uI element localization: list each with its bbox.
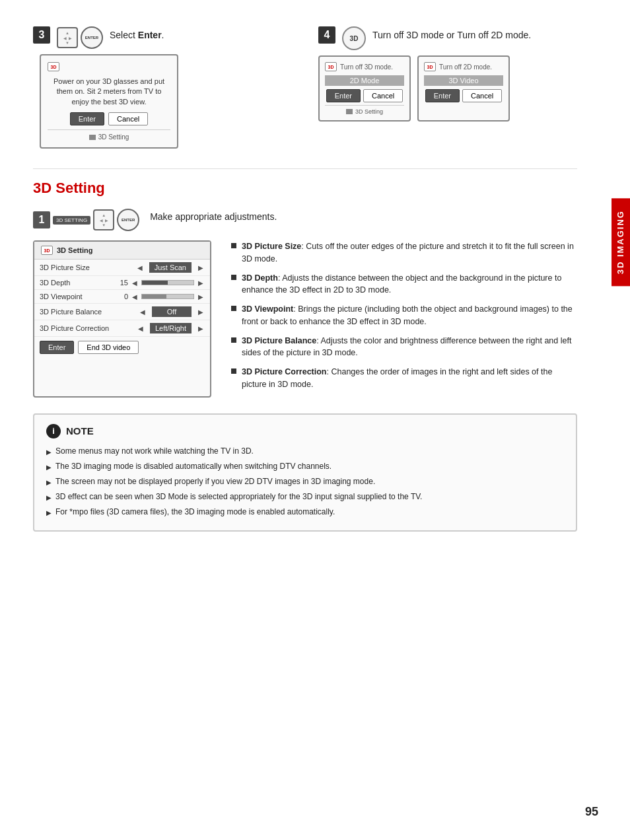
step1-instruction: Make appropriate adjustments. (146, 209, 277, 222)
desc-bullet-0 (231, 243, 236, 248)
depth-slider-fill (142, 281, 168, 285)
step1-badge: 1 (33, 211, 50, 228)
step4-dialog1-buttons: Enter Cancel (325, 89, 404, 102)
step4-dialog2-enter-btn[interactable]: Enter (425, 89, 460, 102)
arrow-left-vp[interactable]: ◀ (131, 293, 139, 300)
desc-text-4: 3D Picture Correction: Changes the order… (242, 366, 577, 391)
step3-cancel-btn[interactable]: Cancel (108, 112, 148, 125)
step3-number: 3 (33, 26, 50, 44)
remote-icon-step1: ▲ ◀▶ ▼ (93, 209, 114, 230)
step3-block: 3 ▲ ◀▶ ▼ ENTER Select Enter. (33, 26, 292, 149)
enter-icon-step3: ENTER (81, 26, 103, 49)
panel-end-btn[interactable]: End 3D video (78, 341, 139, 354)
step4-dialog1: 3D Turn off 3D mode. 2D Mode Enter Cance… (318, 55, 411, 122)
step4-dialog1-footer: 3D Setting (325, 105, 404, 115)
side-tab-label: 3D IMAGING (612, 198, 630, 286)
arrow-left-size[interactable]: ◀ (136, 264, 144, 271)
step4-dialog1-label: 2D Mode (325, 75, 404, 86)
panel-row-viewpoint: 3D Viewpoint 0 ◀ ▶ (34, 290, 210, 304)
arrow-right-depth[interactable]: ▶ (197, 279, 205, 287)
note-item-4: ▶ For *mpo files (3D camera files), the … (46, 506, 564, 518)
step4-dialog2-label: 3D Video (424, 75, 503, 86)
note-header: i NOTE (46, 424, 564, 438)
note-list: ▶ Some menus may not work while watching… (46, 445, 564, 518)
panel-bottom-buttons: Enter End 3D video (34, 337, 210, 358)
size-value: Just Scan (149, 262, 192, 273)
footer-square-icon (89, 135, 96, 140)
enter-icon-step1: ENTER (117, 209, 139, 231)
step1-row: 1 3D SETTING ▲ ◀▶ ▼ ENTER Make appropria… (33, 209, 577, 231)
viewpoint-slider (141, 294, 194, 299)
desc-bullet-4 (231, 368, 236, 374)
step4-block: 4 3D Turn off 3D mode or Turn off 2D mod… (318, 26, 577, 122)
step3-dialog-header: 3D 3D (48, 62, 170, 71)
panel-header: 3D 3D Setting (34, 242, 210, 260)
panel-row-balance: 3D Picture Balance ◀ Off ▶ (34, 304, 210, 320)
note-arrow-1: ▶ (46, 462, 52, 472)
step4-dialog2-cancel-btn[interactable]: Cancel (462, 89, 502, 102)
step3-dialog-body: Power on your 3D glasses and put them on… (48, 77, 170, 107)
step4-text: Turn off 3D mode or Turn off 2D mode. (372, 26, 531, 42)
step3-dialog-buttons: Enter Cancel (48, 112, 170, 125)
top-steps-section: 3 ▲ ◀▶ ▼ ENTER Select Enter. (33, 26, 577, 149)
balance-value: Off (152, 306, 192, 317)
step4-3d-icon: 3D (342, 26, 366, 50)
step4-dialog2-buttons: Enter Cancel (424, 89, 503, 102)
footer-square-icon2 (346, 109, 353, 114)
desc-text-2: 3D Viewpoint: Brings the picture (includ… (242, 303, 577, 328)
descriptions-list: 3D Picture Size: Cuts off the outer edge… (225, 240, 577, 398)
depth-slider (141, 280, 194, 285)
panel-header-icon: 3D (41, 246, 53, 255)
step4-dialog2: 3D Turn off 2D mode. 3D Video Enter Canc… (417, 55, 510, 122)
step4-dialogs: 3D Turn off 3D mode. 2D Mode Enter Cance… (318, 55, 577, 122)
arrow-left-correction[interactable]: ◀ (137, 325, 145, 332)
note-section: i NOTE ▶ Some menus may not work while w… (33, 413, 577, 532)
arrow-right-vp[interactable]: ▶ (197, 293, 205, 300)
note-arrow-2: ▶ (46, 477, 52, 487)
desc-bullet-1 (231, 275, 236, 280)
step4-dialog2-header: 3D Turn off 2D mode. (424, 62, 503, 71)
note-arrow-4: ▶ (46, 508, 52, 518)
step3-badge-row: 3 ▲ ◀▶ ▼ ENTER Select Enter. (33, 26, 292, 49)
desc-item-4: 3D Picture Correction: Changes the order… (231, 366, 577, 391)
arrow-right-correction[interactable]: ▶ (197, 325, 205, 332)
panel-row-correction: 3D Picture Correction ◀ Left/Right ▶ (34, 320, 210, 337)
desc-bullet-2 (231, 306, 236, 311)
desc-text-1: 3D Depth: Adjusts the distance between t… (242, 272, 577, 297)
step3-dialog-footer: 3D Setting (48, 129, 170, 141)
step4-dialog1-header: 3D Turn off 3D mode. (325, 62, 404, 71)
desc-bullet-3 (231, 337, 236, 343)
remote-icon-step3: ▲ ◀▶ ▼ (57, 27, 78, 48)
step4-dialog1-cancel-btn[interactable]: Cancel (363, 89, 403, 102)
setting-panel: 3D 3D Setting 3D Picture Size ◀ Just Sca… (33, 240, 211, 398)
note-item-1: ▶ The 3D imaging mode is disabled automa… (46, 460, 564, 472)
main-content-area: 3D 3D Setting 3D Picture Size ◀ Just Sca… (33, 240, 577, 398)
step3-enter-btn[interactable]: Enter (70, 112, 104, 125)
note-icon: i (46, 424, 61, 438)
step4-dialog1-enter-btn[interactable]: Enter (326, 89, 361, 102)
panel-enter-btn[interactable]: Enter (40, 341, 74, 354)
arrow-right-balance[interactable]: ▶ (197, 308, 205, 316)
setting-badge: 3D SETTING (53, 216, 90, 225)
step4-badge-row: 4 3D Turn off 3D mode or Turn off 2D mod… (318, 26, 577, 50)
step4-dialog2-icon: 3D (424, 62, 436, 71)
step4-number: 4 (318, 26, 335, 44)
correction-value: Left/Right (150, 323, 192, 333)
note-item-2: ▶ The screen may not be displayed proper… (46, 475, 564, 487)
step3-text: Select Enter. (110, 26, 164, 42)
step3-dialog-icon: 3D (48, 62, 59, 71)
panel-row-depth: 3D Depth 15 ◀ ▶ (34, 276, 210, 290)
desc-text-0: 3D Picture Size: Cuts off the outer edge… (242, 240, 577, 265)
panel-row-picture-size: 3D Picture Size ◀ Just Scan ▶ (34, 260, 210, 276)
step1-icons-group: 1 3D SETTING ▲ ◀▶ ▼ ENTER (33, 209, 139, 231)
depth-slider-track (141, 280, 194, 285)
note-item-3: ▶ 3D effect can be seen when 3D Mode is … (46, 491, 564, 503)
arrow-right-size[interactable]: ▶ (197, 264, 205, 271)
desc-item-1: 3D Depth: Adjusts the distance between t… (231, 272, 577, 297)
note-arrow-0: ▶ (46, 447, 52, 457)
note-arrow-3: ▶ (46, 493, 52, 503)
arrow-left-depth[interactable]: ◀ (131, 279, 139, 287)
arrow-left-balance[interactable]: ◀ (139, 308, 147, 316)
step3-dialog: 3D 3D Power on your 3D glasses and put t… (40, 54, 178, 149)
step3-icons: ▲ ◀▶ ▼ ENTER (57, 26, 103, 49)
